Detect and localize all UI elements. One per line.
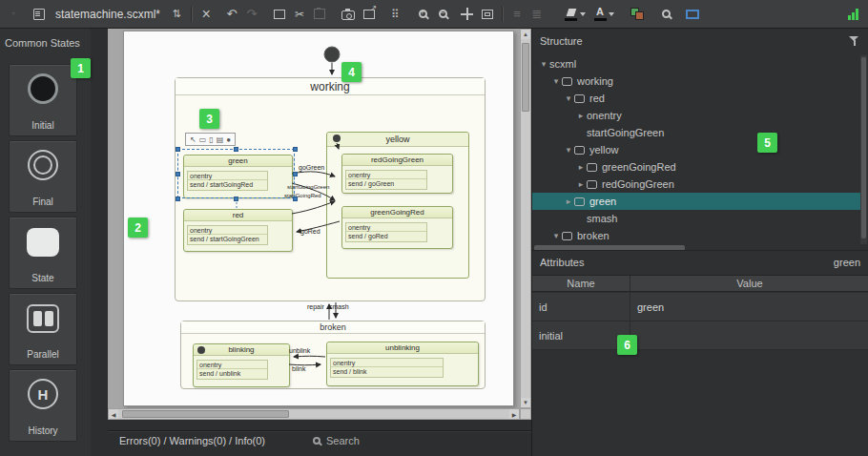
chevron-down-icon[interactable] (563, 145, 574, 155)
search-field[interactable]: Search (313, 435, 360, 446)
state-yellow[interactable]: yellow redGoingGreen onentry send / goGr… (326, 132, 469, 279)
palette-item-history[interactable]: History (9, 369, 77, 442)
state-greenGoingRed[interactable]: greenGoingRed onentry send / goRed (341, 206, 453, 249)
tree-item-greenGoingRed[interactable]: greenGoingRed (532, 158, 860, 176)
column-value[interactable]: Value (630, 276, 868, 291)
statistics-icon[interactable] (848, 9, 858, 20)
navigator-icon[interactable] (686, 10, 699, 19)
undo-icon[interactable] (226, 7, 238, 22)
export-image-icon[interactable] (363, 10, 375, 19)
state-green[interactable]: green onentry send / startGoingRed (183, 155, 293, 198)
zoom-out-icon[interactable] (437, 7, 448, 22)
state-broken[interactable]: broken blinking onentry send / unblink u… (180, 321, 486, 389)
tree-vertical-scrollbar[interactable] (860, 55, 867, 244)
font-color-button[interactable] (594, 8, 614, 21)
redo-icon[interactable] (246, 7, 258, 22)
selection-handle[interactable] (293, 147, 298, 152)
state-redGoingGreen[interactable]: redGoingGreen onentry send / goGreen (341, 154, 453, 194)
selection-handle[interactable] (176, 197, 180, 201)
adjust-width-icon[interactable]: ▭ (199, 135, 207, 144)
transition-label-goGreen[interactable]: goGreen (299, 164, 324, 171)
panel-toggle-icon[interactable] (389, 7, 401, 22)
tree-item-red[interactable]: red (532, 90, 860, 107)
tree-item-yellow[interactable]: yellow (532, 141, 860, 158)
state-working[interactable]: working green onentry send / startGoingR… (175, 77, 486, 301)
color-tool-icon[interactable]: ● (226, 135, 231, 144)
state-unblinking[interactable]: unblinking onentry send / blink (326, 342, 479, 386)
palette-item-state[interactable]: State (9, 217, 77, 289)
transition-label-startGoingRed[interactable]: startGoingRed (284, 193, 321, 198)
theme-color-icon[interactable] (630, 8, 644, 20)
selection-handle[interactable] (234, 147, 238, 152)
chevron-down-icon[interactable] (550, 76, 562, 86)
tree-item-scxml[interactable]: scxml (532, 55, 860, 73)
chevron-right-icon[interactable] (575, 162, 587, 172)
scroll-left-icon[interactable]: ◀ (109, 409, 118, 419)
attribute-row-id[interactable]: id green (532, 293, 868, 321)
pan-icon[interactable] (461, 8, 473, 20)
chevron-right-icon[interactable] (563, 197, 574, 206)
chevron-right-icon[interactable] (575, 179, 587, 189)
document-switcher-icon[interactable] (171, 7, 182, 22)
chevron-down-icon[interactable] (538, 59, 549, 69)
adjust-height-icon[interactable]: ▯ (209, 135, 213, 144)
alignment-tool-icon[interactable]: ↖ (190, 135, 196, 144)
adjust-states-icon[interactable] (531, 7, 543, 22)
state-blinking[interactable]: blinking onentry send / unblink (193, 343, 290, 387)
transition-label-smash[interactable]: smash (329, 303, 349, 310)
diagram-page[interactable]: working green onentry send / startGoingR… (123, 31, 514, 406)
selection-handle[interactable] (293, 197, 298, 201)
chevron-down-icon[interactable] (550, 231, 562, 240)
zoom-in-icon[interactable] (417, 7, 428, 22)
fit-to-view-icon[interactable] (482, 10, 493, 19)
attribute-row-initial[interactable]: initial (532, 321, 868, 350)
scroll-up-icon[interactable]: ▲ (521, 30, 530, 39)
tree-item-working[interactable]: working (532, 73, 860, 90)
transition-label-unblink[interactable]: unblink (289, 347, 310, 354)
scroll-right-icon[interactable]: ▶ (509, 409, 519, 419)
adjust-size-icon[interactable]: ▤ (217, 135, 224, 144)
chevron-right-icon[interactable] (575, 111, 587, 120)
filter-icon[interactable] (849, 36, 859, 46)
selection-handle[interactable] (234, 197, 238, 201)
scrollbar-thumb[interactable] (861, 57, 866, 238)
tree-item-green[interactable]: green (532, 193, 860, 210)
column-name[interactable]: Name (532, 276, 630, 291)
transition-label-startGoingGreen[interactable]: startGoingGreen (287, 184, 329, 190)
scroll-down-icon[interactable]: ▼ (521, 398, 530, 407)
palette-item-final[interactable]: Final (9, 140, 77, 213)
scrollbar-thumb[interactable] (522, 43, 529, 112)
transition-label-goRed[interactable]: goRed (300, 228, 320, 235)
canvas-vertical-scrollbar[interactable]: ▲ ▼ (520, 29, 531, 408)
window-icon[interactable]: ▫ (8, 7, 19, 22)
tree-item-smash[interactable]: smash (532, 210, 860, 227)
close-icon[interactable] (200, 7, 212, 22)
canvas-horizontal-scrollbar[interactable]: ◀ ▶ (108, 408, 520, 420)
tree-item-broken[interactable]: broken (532, 227, 860, 244)
palette-item-initial[interactable]: Initial (9, 64, 77, 136)
paste-icon[interactable] (314, 9, 325, 19)
document-title[interactable]: statemachine.scxml* (55, 8, 160, 21)
attr-value-cell[interactable] (630, 321, 868, 349)
align-states-icon[interactable] (511, 7, 523, 22)
selection-handle[interactable] (293, 172, 298, 176)
tree-item-onentry[interactable]: onentry (532, 107, 860, 124)
diagram-canvas[interactable]: working green onentry send / startGoingR… (108, 29, 531, 420)
attr-value-cell[interactable]: green (630, 293, 868, 321)
transition-label-repair[interactable]: repair (307, 303, 324, 310)
copy-icon[interactable] (274, 10, 285, 19)
state-red[interactable]: red onentry send / startGoingGreen (183, 209, 293, 252)
selection-handle[interactable] (176, 172, 180, 176)
issues-toggle[interactable]: Errors(0) / Warnings(0) / Info(0) (119, 435, 265, 446)
transition-label-blink[interactable]: blink (292, 365, 305, 372)
cut-icon[interactable] (294, 7, 305, 22)
screenshot-icon[interactable] (341, 10, 355, 20)
tree-item-startGoingGreen[interactable]: startGoingGreen (532, 124, 860, 141)
tree-item-redGoingGreen[interactable]: redGoingGreen (532, 176, 860, 193)
scrollbar-thumb[interactable] (122, 410, 289, 418)
chevron-down-icon[interactable] (563, 93, 574, 103)
search-icon[interactable] (660, 7, 672, 22)
selection-handle[interactable] (176, 147, 180, 152)
color-marker-button[interactable] (565, 8, 586, 21)
palette-item-parallel[interactable]: Parallel (9, 293, 77, 365)
